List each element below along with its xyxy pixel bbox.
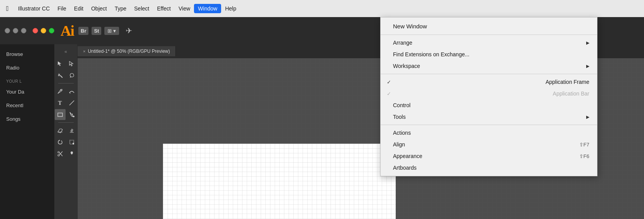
traffic-lights-inactive — [5, 28, 26, 33]
pin-tool[interactable] — [66, 148, 77, 159]
workspace-switcher[interactable]: ⊞ ▾ — [104, 27, 119, 35]
menu-object[interactable]: Object — [87, 4, 111, 13]
left-sidebar: Browse Radio YOUR L Your Da Recentl Song… — [0, 44, 54, 219]
menu-arrange[interactable]: Arrange ▶ — [381, 37, 597, 49]
ai-logo: Ai — [61, 22, 74, 39]
artboards-label: Artboards — [393, 165, 417, 171]
menu-application-bar[interactable]: ✓ Application Bar — [381, 88, 597, 99]
sidebar-item-radio[interactable]: Radio — [0, 61, 54, 75]
menu-select[interactable]: Select — [130, 4, 153, 13]
menu-help[interactable]: Help — [221, 4, 240, 13]
menu-file[interactable]: File — [54, 4, 70, 13]
workspace-arrow-icon: ▾ — [113, 28, 116, 34]
menu-view[interactable]: View — [175, 4, 194, 13]
arrange-arrow: ▶ — [586, 40, 589, 45]
type-tool[interactable]: T — [55, 97, 66, 108]
rotate-tool[interactable] — [55, 137, 66, 148]
menu-appearance[interactable]: Appearance ⇧F6 — [381, 150, 597, 162]
maximize-button[interactable] — [49, 28, 54, 33]
menu-application-frame[interactable]: ✓ Application Frame — [381, 76, 597, 88]
selection-tools-row — [55, 58, 77, 69]
menu-type[interactable]: Type — [111, 4, 130, 13]
traffic-light-inactive-1[interactable] — [5, 28, 10, 33]
apple-menu[interactable]:  — [3, 3, 12, 14]
line-tool[interactable] — [66, 97, 77, 108]
doc-close-icon[interactable]: × — [83, 49, 85, 54]
menu-tools[interactable]: Tools ▶ — [381, 111, 597, 123]
transform-tool[interactable] — [66, 137, 77, 148]
svg-point-12 — [58, 155, 59, 156]
app-frame-label: Application Frame — [545, 79, 589, 85]
send-icon-button[interactable]: ✈ — [122, 24, 135, 37]
traffic-light-inactive-2[interactable] — [13, 28, 18, 33]
pen-tool[interactable] — [55, 86, 66, 97]
svg-line-4 — [69, 101, 74, 105]
magic-wand-tool[interactable] — [55, 70, 66, 81]
tools-arrow: ▶ — [586, 115, 589, 120]
menu-effect[interactable]: Effect — [153, 4, 175, 13]
tools-label: Tools — [393, 114, 406, 120]
find-extensions-label: Find Extensions on Exchange... — [393, 51, 469, 57]
svg-point-2 — [60, 90, 61, 91]
workspace-arrow: ▶ — [586, 64, 589, 69]
control-label: Control — [393, 102, 410, 108]
menu-new-window[interactable]: New Window — [381, 20, 597, 33]
align-label: Align — [393, 141, 405, 148]
menu-actions[interactable]: Actions — [381, 127, 597, 139]
appearance-label: Appearance — [393, 153, 422, 159]
arrange-label: Arrange — [393, 40, 412, 46]
lasso-tool[interactable] — [66, 70, 77, 81]
eraser-tools-row — [55, 125, 77, 136]
sidebar-item-your-dashboard[interactable]: Your Da — [0, 85, 54, 99]
collapse-tools-icon[interactable]: « — [63, 47, 69, 56]
menu-sep-3 — [381, 125, 597, 125]
eraser-tool[interactable] — [55, 125, 66, 136]
bridge-button[interactable]: Br — [78, 27, 88, 35]
rectangle-tool[interactable] — [55, 109, 66, 120]
app-bar-label: Application Bar — [553, 90, 589, 97]
svg-rect-5 — [58, 113, 62, 116]
workspace-grid-icon: ⊞ — [107, 28, 112, 34]
tools-panel: « — [54, 44, 78, 219]
menu-align[interactable]: Align ⇧F7 — [381, 139, 597, 150]
doc-tab-title: Untitled-1* @ 50% (RGB/GPU Preview) — [88, 49, 170, 54]
sidebar-section-your-library: YOUR L — [0, 75, 54, 85]
sidebar-item-songs[interactable]: Songs — [0, 112, 54, 126]
menu-window[interactable]: Window — [194, 4, 221, 13]
menu-artboards[interactable]: Artboards — [381, 162, 597, 174]
send-icon: ✈ — [126, 26, 132, 35]
close-button[interactable] — [33, 28, 38, 33]
app-frame-check: ✓ — [387, 79, 393, 85]
menu-workspace[interactable]: Workspace ▶ — [381, 60, 597, 72]
align-shortcut: ⇧F7 — [579, 142, 589, 148]
tools-sep-1 — [58, 83, 74, 83]
appearance-shortcut: ⇧F6 — [579, 153, 589, 159]
direct-selection-tool[interactable] — [66, 58, 77, 69]
menu-illustrator-cc[interactable]: Illustrator CC — [14, 4, 54, 13]
menu-sep-2 — [381, 74, 597, 74]
tools-sep-2 — [58, 122, 74, 123]
sidebar-item-recently[interactable]: Recentl — [0, 99, 54, 112]
minimize-button[interactable] — [41, 28, 46, 33]
svg-line-0 — [60, 75, 62, 78]
shape-tools-row — [55, 109, 77, 120]
traffic-lights — [33, 28, 54, 33]
misc-tools-row — [55, 148, 77, 159]
paint-bucket-tool[interactable] — [66, 109, 77, 120]
scissors-tool[interactable] — [55, 148, 66, 159]
curvature-tool[interactable] — [66, 86, 77, 97]
menu-control[interactable]: Control — [381, 99, 597, 111]
menu-edit[interactable]: Edit — [70, 4, 87, 13]
sidebar-item-browse[interactable]: Browse — [0, 47, 54, 61]
menu-find-extensions[interactable]: Find Extensions on Exchange... — [381, 49, 597, 60]
svg-point-6 — [73, 116, 74, 117]
stock-button[interactable]: St — [92, 27, 101, 35]
workspace-label: Workspace — [393, 63, 420, 69]
document-tab[interactable]: × Untitled-1* @ 50% (RGB/GPU Preview) — [78, 46, 176, 56]
app-bar-check: ✓ — [387, 91, 393, 97]
eraser2-tool[interactable] — [66, 125, 77, 136]
window-dropdown-menu: New Window Arrange ▶ Find Extensions on … — [380, 17, 597, 176]
selection-tool[interactable] — [55, 58, 66, 69]
traffic-light-inactive-3[interactable] — [21, 28, 26, 33]
svg-line-1 — [70, 76, 71, 78]
